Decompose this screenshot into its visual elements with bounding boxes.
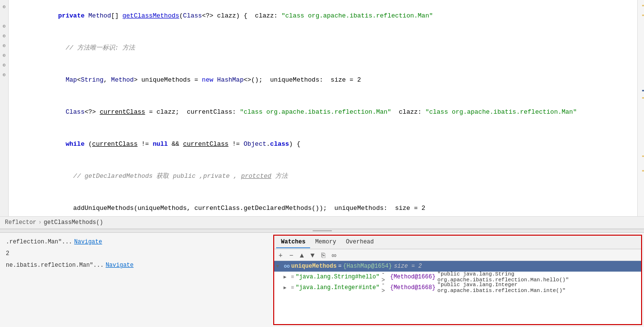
watch-arrow-2: -> bbox=[381, 281, 388, 294]
infinity-button[interactable]: ∞ bbox=[330, 251, 338, 259]
code-line-6: // getDeclaredMethods 获取 public ,private… bbox=[9, 160, 637, 192]
line-content-7: addUniqueMethods(uniqueMethods, currentC… bbox=[13, 192, 637, 216]
gutter-icon-1: ⊙ bbox=[0, 3, 8, 11]
watch-string-key-2: "java.lang.Integer#inte" bbox=[296, 284, 380, 291]
watch-ref-2: {Method@1668} bbox=[390, 284, 436, 291]
code-container: private Method[] getClassMethods(Class<?… bbox=[9, 0, 637, 216]
watch-eq-0: = bbox=[338, 263, 342, 270]
watches-tabs: Watches Memory Overhead bbox=[274, 236, 641, 249]
line-content-1: private Method[] getClassMethods(Class<?… bbox=[13, 0, 637, 32]
breadcrumb-item-1[interactable]: Reflector bbox=[5, 219, 36, 226]
left-gutter: ⊙ ⊙ ⊙ ⊙ ⊙ ⊙ ⊙ bbox=[0, 0, 9, 216]
scroll-marker-1 bbox=[642, 5, 644, 6]
watches-panel: Watches Memory Overhead + − ▲ ▼ ⎘ ∞ ▼ oo… bbox=[273, 235, 642, 325]
watch-val-0: {HashMap@1654} bbox=[343, 263, 392, 270]
scroll-marker-3 bbox=[642, 90, 644, 91]
bottom-left-item-3: ne.ibatis.reflection.Man"... Navigate bbox=[6, 260, 265, 271]
line-content-5: while (currentClass != null && currentCl… bbox=[13, 128, 637, 160]
watches-content: ▼ oo uniqueMethods = {HashMap@1654} size… bbox=[274, 261, 641, 324]
navigate-link-2[interactable]: Navigate bbox=[106, 260, 134, 271]
bottom-left-panel: .reflection.Man"... Navigate 2 ne.ibatis… bbox=[0, 233, 271, 327]
copy-button[interactable]: ⎘ bbox=[319, 251, 328, 259]
code-line-7: addUniqueMethods(uniqueMethods, currentC… bbox=[9, 192, 637, 216]
watch-row-1[interactable]: ▶ ≡ "java.lang.String#hello" -> {Method@… bbox=[274, 272, 641, 282]
watches-toolbar: + − ▲ ▼ ⎘ ∞ bbox=[274, 249, 641, 261]
watch-row-0[interactable]: ▼ oo uniqueMethods = {HashMap@1654} size… bbox=[274, 261, 641, 272]
tab-watches[interactable]: Watches bbox=[276, 237, 310, 248]
watch-type-icon-2: ≡ bbox=[291, 285, 295, 291]
breadcrumb-item-2[interactable]: getClassMethods() bbox=[44, 219, 103, 226]
navigate-link-1[interactable]: Navigate bbox=[74, 237, 102, 247]
watch-type-icon-0: oo bbox=[284, 264, 290, 269]
divider-handle[interactable] bbox=[313, 230, 332, 231]
tab-memory[interactable]: Memory bbox=[310, 237, 341, 248]
code-line-5: while (currentClass != null && currentCl… bbox=[9, 128, 637, 160]
expand-icon-1[interactable]: ▶ bbox=[283, 274, 291, 280]
line-content-6: // getDeclaredMethods 获取 public ,private… bbox=[13, 160, 637, 192]
watch-type-0: size = 2 bbox=[394, 263, 422, 270]
number-val: 2 bbox=[6, 248, 9, 259]
expand-icon-0[interactable]: ▼ bbox=[276, 264, 284, 269]
add-watch-button[interactable]: + bbox=[276, 251, 285, 259]
code-line-3: Map<String, Method> uniqueMethods = new … bbox=[9, 64, 637, 96]
scroll-marker-6 bbox=[642, 170, 644, 172]
gutter-icon-2 bbox=[0, 13, 8, 20]
scroll-marker-2 bbox=[642, 15, 644, 16]
reflection-text-1: .reflection.Man"... bbox=[6, 237, 72, 247]
watch-type-icon-1: ≡ bbox=[291, 274, 295, 280]
code-line-2: // 方法唯一标识: 方法 bbox=[9, 32, 637, 64]
reflection-text-2: ne.ibatis.reflection.Man"... bbox=[6, 260, 104, 271]
watch-desc-1: "public java.lang.String org.apache.ibat… bbox=[437, 271, 639, 283]
move-up-button[interactable]: ▲ bbox=[297, 251, 306, 259]
remove-watch-button[interactable]: − bbox=[287, 251, 296, 259]
tab-overhead[interactable]: Overhead bbox=[341, 237, 379, 248]
gutter-icon-7: ⊙ bbox=[0, 61, 8, 69]
gutter-icon-3: ⊙ bbox=[0, 22, 8, 30]
watch-key-0: uniqueMethods bbox=[291, 263, 337, 270]
watch-row-2[interactable]: ▶ ≡ "java.lang.Integer#inte" -> {Method@… bbox=[274, 282, 641, 293]
bottom-left-item-2: 2 bbox=[6, 248, 265, 259]
line-content-3: Map<String, Method> uniqueMethods = new … bbox=[13, 64, 637, 96]
gutter-icon-6: ⊙ bbox=[0, 52, 8, 59]
bottom-panel: .reflection.Man"... Navigate 2 ne.ibatis… bbox=[0, 233, 644, 327]
scroll-marker-4 bbox=[642, 97, 644, 99]
bottom-left-item-1: .reflection.Man"... Navigate bbox=[6, 237, 265, 247]
move-down-button[interactable]: ▼ bbox=[308, 251, 317, 259]
watch-desc-2: "public java.lang.Integer org.apache.iba… bbox=[437, 282, 639, 293]
breadcrumb-separator: › bbox=[38, 219, 42, 226]
line-content-4: Class<?> currentClass = clazz; currentCl… bbox=[13, 96, 637, 128]
right-scrollbar bbox=[637, 0, 644, 216]
code-line-1: private Method[] getClassMethods(Class<?… bbox=[9, 0, 637, 32]
code-line-4: Class<?> currentClass = clazz; currentCl… bbox=[9, 96, 637, 128]
watch-ref-1: {Method@1666} bbox=[390, 274, 436, 280]
scroll-marker-5 bbox=[642, 155, 644, 157]
panel-divider[interactable] bbox=[0, 229, 644, 233]
line-content-2: // 方法唯一标识: 方法 bbox=[13, 32, 637, 64]
watch-string-key-1: "java.lang.String#hello" bbox=[296, 274, 380, 280]
gutter-icon-5: ⊙ bbox=[0, 42, 8, 50]
editor-area: ⊙ ⊙ ⊙ ⊙ ⊙ ⊙ ⊙ private Method[] getClassM… bbox=[0, 0, 644, 216]
gutter-icon-4: ⊙ bbox=[0, 32, 8, 40]
breadcrumb-bar: Reflector › getClassMethods() bbox=[0, 216, 644, 229]
expand-icon-2[interactable]: ▶ bbox=[283, 285, 291, 291]
gutter-icon-8: ⊙ bbox=[0, 71, 8, 79]
